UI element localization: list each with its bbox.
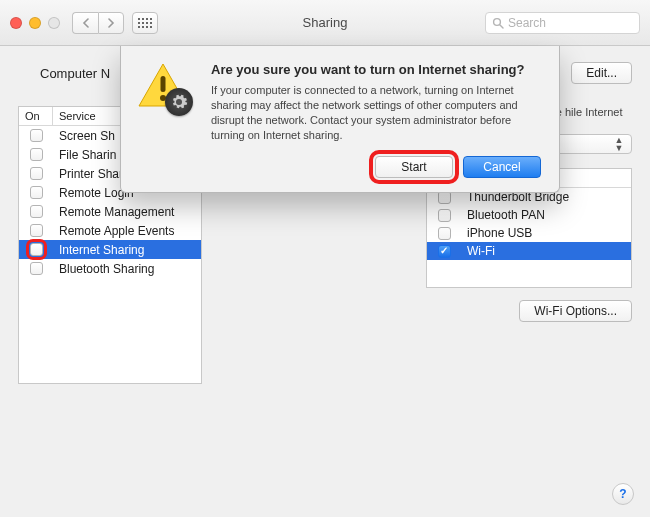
wifi-options-row: Wi-Fi Options... (216, 300, 632, 322)
zoom-window-button (48, 17, 60, 29)
service-label: Internet Sharing (53, 243, 201, 257)
chevron-left-icon (82, 18, 90, 28)
table-row-internet-sharing[interactable]: Internet Sharing (19, 240, 201, 259)
port-checkbox[interactable] (438, 209, 451, 222)
service-checkbox[interactable] (30, 224, 43, 237)
service-checkbox[interactable] (30, 205, 43, 218)
sheet-title: Are you sure you want to turn on Interne… (211, 62, 541, 77)
system-prefs-badge-icon (165, 88, 193, 116)
nav-buttons (72, 12, 124, 34)
computer-name-label: Computer N (40, 66, 110, 81)
sheet-buttons: Start Cancel (211, 156, 541, 178)
port-checkbox-wifi[interactable] (438, 245, 451, 258)
service-label: Remote Management (53, 205, 201, 219)
titlebar: Sharing Search (0, 0, 650, 46)
port-row-wifi[interactable]: Wi-Fi (427, 242, 631, 260)
port-label: iPhone USB (461, 226, 631, 240)
svg-point-0 (494, 18, 501, 25)
service-checkbox[interactable] (30, 262, 43, 275)
help-icon: ? (619, 487, 626, 501)
svg-rect-2 (161, 76, 166, 92)
port-row[interactable]: Bluetooth PAN (427, 206, 631, 224)
traffic-lights (10, 17, 60, 29)
service-label: Bluetooth Sharing (53, 262, 201, 276)
updown-icon: ▲▼ (611, 136, 627, 152)
back-button[interactable] (72, 12, 98, 34)
table-row[interactable]: Remote Management (19, 202, 201, 221)
sheet-body: Are you sure you want to turn on Interne… (211, 62, 541, 178)
start-button[interactable]: Start (375, 156, 453, 178)
edit-button[interactable]: Edit... (571, 62, 632, 84)
service-checkbox[interactable] (30, 167, 43, 180)
svg-line-1 (500, 25, 503, 28)
port-row[interactable]: iPhone USB (427, 224, 631, 242)
minimize-window-button[interactable] (29, 17, 41, 29)
table-row[interactable]: Bluetooth Sharing (19, 259, 201, 278)
show-all-button[interactable] (132, 12, 158, 34)
cancel-button[interactable]: Cancel (463, 156, 541, 178)
search-icon (492, 17, 504, 29)
port-label: Wi-Fi (461, 244, 631, 258)
forward-button[interactable] (98, 12, 124, 34)
service-checkbox[interactable] (30, 148, 43, 161)
port-checkbox[interactable] (438, 227, 451, 240)
search-field[interactable]: Search (485, 12, 640, 34)
port-label: Bluetooth PAN (461, 208, 631, 222)
grid-icon (138, 18, 152, 28)
internet-sharing-checkbox[interactable] (30, 243, 43, 256)
table-row[interactable]: Remote Apple Events (19, 221, 201, 240)
close-window-button[interactable] (10, 17, 22, 29)
service-checkbox[interactable] (30, 186, 43, 199)
help-button[interactable]: ? (612, 483, 634, 505)
service-col-on: On (19, 107, 53, 125)
confirm-sheet: Are you sure you want to turn on Interne… (120, 46, 560, 193)
service-label: Remote Apple Events (53, 224, 201, 238)
service-checkbox[interactable] (30, 129, 43, 142)
chevron-right-icon (107, 18, 115, 28)
search-placeholder: Search (508, 16, 546, 30)
sheet-message: If your computer is connected to a netwo… (211, 83, 541, 142)
wifi-options-button[interactable]: Wi-Fi Options... (519, 300, 632, 322)
alert-icon (137, 62, 197, 116)
